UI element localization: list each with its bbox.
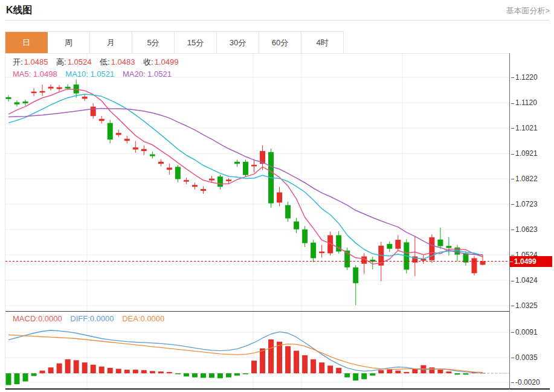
bottom-border [5, 388, 550, 390]
main-chart-svg[interactable] [5, 54, 510, 311]
dea-value: DEA:0.0000 [122, 314, 164, 323]
header-divider [5, 20, 549, 21]
y-axis-label: 1.0325 [511, 301, 538, 310]
ma-legend: MA5: 1.0498 MA10: 1.0521 MA20: 1.0521 [13, 69, 178, 79]
macd-value: MACD:0.0000 [13, 314, 62, 323]
macd-legend: MACD:0.0000 DIFF:0.0000 DEA:0.0000 [13, 314, 170, 323]
diff-value: DIFF:0.0000 [70, 314, 114, 323]
open-value: 1.0485 [24, 57, 48, 66]
current-price-tag: 1.0499 [510, 256, 552, 267]
close-label: 收: [143, 57, 153, 66]
high-label: 高: [56, 57, 66, 66]
kline-tab-bar: 日周月5分15分30分60分4时 [5, 31, 344, 54]
tab-30min[interactable]: 30分 [217, 32, 259, 54]
tab-day[interactable]: 日 [5, 32, 48, 54]
tab-5min[interactable]: 5分 [132, 32, 175, 54]
y-axis-label: 1.0623 [511, 225, 538, 234]
y-axis: 1.0499 1.12201.11201.10211.09211.08221.0… [510, 54, 553, 390]
y-axis-label: 1.0822 [511, 175, 538, 183]
kline-page: K线图 基本面分析> 日周月5分15分30分60分4时 开:1.0485 高:1… [0, 0, 554, 392]
ohlc-legend: 开:1.0485 高:1.0524 低:1.0483 收:1.0499 [13, 57, 184, 68]
high-value: 1.0524 [68, 57, 92, 66]
tab-4hour[interactable]: 4时 [301, 32, 344, 54]
y-axis-label: 1.1220 [511, 73, 538, 82]
tab-month[interactable]: 月 [90, 32, 132, 54]
tab-week[interactable]: 周 [48, 32, 90, 54]
y-axis-label: 1.1120 [511, 98, 537, 107]
open-label: 开: [13, 57, 23, 66]
macd-chart-svg[interactable] [5, 312, 510, 388]
macd-y-axis-label: 0.0091 [511, 328, 538, 336]
y-axis-label: 1.0723 [511, 200, 538, 208]
close-value: 1.0499 [155, 57, 179, 66]
tab-15min[interactable]: 15分 [175, 32, 217, 54]
low-label: 低: [100, 57, 110, 66]
page-title: K线图 [6, 4, 33, 17]
chart-area: 开:1.0485 高:1.0524 低:1.0483 收:1.0499 MA5:… [5, 54, 510, 390]
y-axis-label: 1.0424 [511, 276, 538, 284]
ma10-value: MA10: 1.0521 [65, 69, 114, 79]
ma20-value: MA20: 1.0521 [123, 69, 172, 79]
macd-y-axis-label: 0.0035 [511, 353, 538, 362]
low-value: 1.0483 [111, 57, 135, 66]
y-axis-label: 1.0921 [511, 149, 538, 158]
ma5-value: MA5: 1.0498 [13, 69, 57, 79]
fundamental-analysis-link[interactable]: 基本面分析> [506, 5, 550, 16]
y-axis-label: 1.1021 [511, 124, 538, 132]
macd-y-axis-label: -0.0020 [511, 378, 540, 387]
tab-60min[interactable]: 60分 [259, 32, 301, 54]
